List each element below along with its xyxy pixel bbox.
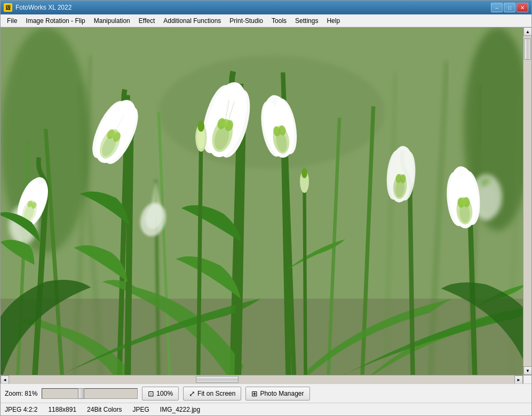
scroll-corner (523, 375, 531, 383)
scroll-track-v[interactable] (523, 36, 531, 366)
svg-rect-88 (1, 27, 531, 383)
app-icon: 🖼 (4, 3, 12, 12)
image-container[interactable]: ▲ ▼ ◄ ► (1, 27, 531, 383)
horizontal-scrollbar[interactable]: ◄ ► (1, 375, 523, 383)
status-type: JPEG (132, 406, 149, 413)
menu-manipulation[interactable]: Manipulation (90, 16, 134, 26)
scroll-track-h[interactable] (9, 375, 514, 383)
close-button[interactable]: ✕ (517, 3, 528, 12)
zoom-100-button[interactable]: ⊡ 100% (142, 387, 179, 401)
status-color: 24Bit Colors (87, 406, 122, 413)
scroll-thumb-h[interactable] (196, 376, 239, 383)
status-dimensions: 1188x891 (48, 406, 76, 413)
title-bar-left: 🖼 FotoWorks XL 2022 (4, 3, 72, 12)
minimize-button[interactable]: – (491, 3, 503, 12)
status-format: JPEG 4:2:2 (5, 406, 37, 413)
menu-help[interactable]: Help (322, 16, 344, 26)
window-title: FotoWorks XL 2022 (15, 4, 72, 11)
maximize-button[interactable]: □ (504, 3, 515, 12)
menu-effect[interactable]: Effect (134, 16, 159, 26)
title-bar: 🖼 FotoWorks XL 2022 – □ ✕ (1, 1, 531, 14)
bottom-toolbar: Zoom: 81% ⊡ 100% ⤢ Fit on Screen ⊞ Photo… (1, 383, 531, 403)
scroll-right-button[interactable]: ► (514, 375, 523, 383)
menu-tools[interactable]: Tools (267, 16, 291, 26)
main-content: ▲ ▼ ◄ ► Zoom: 81% ⊡ 10 (1, 27, 531, 415)
zoom-label: Zoom: 81% (5, 390, 37, 397)
fit-screen-icon: ⤢ (189, 389, 195, 398)
menu-additional-functions[interactable]: Additional Functions (159, 16, 225, 26)
zoom-slider[interactable] (42, 388, 138, 399)
scroll-thumb-v[interactable] (524, 38, 531, 60)
menu-settings[interactable]: Settings (291, 16, 322, 26)
menu-image-rotation-flip[interactable]: Image Rotation - Flip (21, 16, 89, 26)
menu-file[interactable]: File (3, 16, 21, 26)
fit-on-screen-button[interactable]: ⤢ Fit on Screen (183, 387, 241, 401)
status-bar: JPEG 4:2:2 1188x891 24Bit Colors JPEG IM… (1, 403, 531, 415)
status-filename: IMG_4222.jpg (160, 406, 200, 413)
photo-manager-icon: ⊞ (251, 389, 258, 398)
scroll-left-button[interactable]: ◄ (1, 375, 9, 383)
menu-bar: File Image Rotation - Flip Manipulation … (1, 14, 531, 27)
photo-view (1, 27, 531, 383)
zoom-100-icon: ⊡ (148, 389, 154, 398)
menu-print-studio[interactable]: Print-Studio (225, 16, 267, 26)
photo-manager-button[interactable]: ⊞ Photo Manager (245, 387, 309, 401)
scroll-down-button[interactable]: ▼ (523, 366, 531, 375)
main-window: 🖼 FotoWorks XL 2022 – □ ✕ File Image Rot… (0, 0, 532, 416)
image-display (1, 27, 531, 383)
vertical-scrollbar[interactable]: ▲ ▼ (523, 27, 531, 375)
window-controls: – □ ✕ (491, 3, 528, 12)
scroll-up-button[interactable]: ▲ (523, 27, 531, 36)
